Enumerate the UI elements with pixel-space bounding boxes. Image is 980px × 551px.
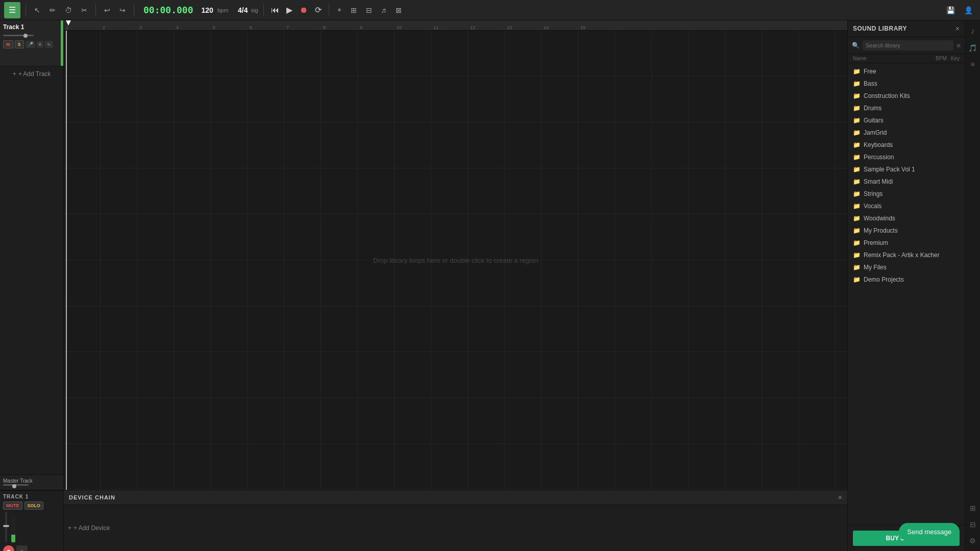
folder-icon-8: 📁 bbox=[853, 166, 861, 173]
library-item-name-2: Construction Kits bbox=[864, 92, 910, 99]
track-mixer-icon-button[interactable]: ≡ bbox=[16, 545, 28, 551]
device-chain-close-button[interactable]: × bbox=[838, 493, 842, 502]
library-item-7[interactable]: 📁Percussion bbox=[848, 151, 965, 163]
library-item-9[interactable]: 📁Smart Midi bbox=[848, 176, 965, 188]
toolbar-divider-2 bbox=[95, 4, 96, 16]
library-item-12[interactable]: 📁Woodwinds bbox=[848, 212, 965, 224]
folder-icon-16: 📁 bbox=[853, 264, 861, 271]
ruler-mark-12: 12 bbox=[470, 25, 475, 30]
track-1-controls: M S 🎤 ≡ ∿ bbox=[3, 40, 60, 48]
loop-button[interactable]: ⟳ bbox=[313, 3, 324, 17]
midi-button[interactable]: ♬ bbox=[378, 4, 390, 16]
ruler-mark-1: 1 bbox=[66, 25, 68, 30]
fader-track-1[interactable] bbox=[5, 512, 7, 542]
ruler-mark-9: 9 bbox=[360, 25, 362, 30]
track-1-volume-slider[interactable] bbox=[3, 35, 34, 36]
quantize-button[interactable]: ⊟ bbox=[363, 4, 375, 16]
save-button[interactable]: 💾 bbox=[943, 4, 958, 16]
main-layout: Track 1 M S 🎤 ≡ ∿ bbox=[0, 20, 980, 551]
bpm-unit-label: bpm bbox=[217, 7, 228, 13]
send-message-button[interactable]: Send message bbox=[899, 523, 960, 541]
skip-back-button[interactable]: ⏮ bbox=[269, 4, 281, 17]
library-item-13[interactable]: 📁My Products bbox=[848, 224, 965, 237]
library-item-5[interactable]: 📁JamGrid bbox=[848, 127, 965, 139]
track-1-mute-button[interactable]: M bbox=[3, 40, 13, 48]
library-item-11[interactable]: 📁Vocals bbox=[848, 200, 965, 212]
library-item-16[interactable]: 📁My Files bbox=[848, 261, 965, 273]
track-1-name: Track 1 bbox=[3, 23, 60, 31]
library-item-0[interactable]: 📁Free bbox=[848, 65, 965, 78]
track-area[interactable]: Drop library loops here or double click … bbox=[64, 31, 847, 490]
fader-knob-1 bbox=[3, 525, 9, 527]
library-filter-button[interactable]: ≡ bbox=[957, 42, 961, 49]
folder-icon-17: 📁 bbox=[853, 276, 861, 283]
library-item-10[interactable]: 📁Strings bbox=[848, 188, 965, 200]
clock-tool-button[interactable]: ⏱ bbox=[62, 4, 75, 16]
cut-tool-button[interactable]: ✂ bbox=[78, 4, 90, 16]
library-item-name-12: Woodwinds bbox=[864, 215, 895, 222]
library-item-name-8: Sample Pack Vol 1 bbox=[864, 166, 915, 173]
right-icon-button-2[interactable]: 🎵 bbox=[966, 42, 979, 54]
menu-button[interactable]: ☰ bbox=[4, 2, 20, 18]
add-device-button[interactable]: + + Add Device bbox=[68, 524, 110, 532]
right-icon-button-4[interactable]: ⊞ bbox=[968, 502, 978, 514]
track-1-mixer-button[interactable]: ≡ bbox=[37, 41, 43, 48]
record-button[interactable]: ⏺ bbox=[298, 4, 310, 17]
library-item-name-15: Remix Pack - Artik x Kacher bbox=[864, 252, 940, 259]
track-bottom-label: TRACK 1 bbox=[3, 494, 60, 499]
folder-icon-9: 📁 bbox=[853, 178, 861, 185]
ruler-mark-2: 2 bbox=[103, 25, 105, 30]
track-1-solo-button[interactable]: S bbox=[15, 40, 24, 48]
ruler-mark-14: 14 bbox=[544, 25, 549, 30]
track-1-envelope-button[interactable]: ∿ bbox=[45, 41, 53, 48]
library-item-name-14: Premium bbox=[864, 239, 888, 246]
library-item-name-1: Bass bbox=[864, 80, 877, 87]
ruler-mark-6: 6 bbox=[250, 25, 252, 30]
add-device-icon: + bbox=[68, 524, 71, 532]
bottom-mute-button[interactable]: MUTE bbox=[3, 502, 22, 510]
library-item-6[interactable]: 📁Keyboards bbox=[848, 139, 965, 151]
add-track-button[interactable]: + + Add Track bbox=[0, 66, 63, 82]
undo-button[interactable]: ↩ bbox=[101, 4, 113, 16]
right-icon-button-1[interactable]: ♪ bbox=[969, 24, 977, 38]
folder-icon-15: 📁 bbox=[853, 252, 861, 259]
redo-button[interactable]: ↪ bbox=[116, 4, 129, 16]
right-icon-button-5[interactable]: ⊟ bbox=[968, 518, 978, 531]
library-item-name-7: Percussion bbox=[864, 154, 894, 161]
account-button[interactable]: 👤 bbox=[961, 4, 976, 16]
library-item-2[interactable]: 📁Construction Kits bbox=[848, 90, 965, 102]
search-input[interactable] bbox=[863, 40, 953, 51]
time-sig-display[interactable]: 4/4 bbox=[238, 6, 248, 14]
library-item-4[interactable]: 📁Guitars bbox=[848, 114, 965, 127]
snap-button[interactable]: ⌖ bbox=[334, 4, 345, 16]
library-item-8[interactable]: 📁Sample Pack Vol 1 bbox=[848, 163, 965, 176]
select-tool-button[interactable]: ↖ bbox=[31, 4, 43, 16]
library-item-14[interactable]: 📁Premium bbox=[848, 237, 965, 249]
right-icon-button-3[interactable]: ≡ bbox=[968, 58, 976, 70]
library-item-1[interactable]: 📁Bass bbox=[848, 78, 965, 90]
track-arm-record-button[interactable]: ⏺ bbox=[3, 545, 14, 551]
pencil-tool-button[interactable]: ✏ bbox=[46, 4, 59, 16]
add-track-icon: + bbox=[13, 70, 16, 78]
folder-icon-2: 📁 bbox=[853, 92, 861, 99]
ruler-mark-3: 3 bbox=[139, 25, 142, 30]
ruler-mark-4: 4 bbox=[176, 25, 179, 30]
device-chain-panel: DEVICE CHAIN × + + Add Device bbox=[64, 490, 847, 551]
library-item-15[interactable]: 📁Remix Pack - Artik x Kacher bbox=[848, 249, 965, 261]
time-sig-unit-label: sig bbox=[251, 7, 258, 13]
zoom-button[interactable]: ⊞ bbox=[348, 4, 360, 16]
track-1-arm-button[interactable]: 🎤 bbox=[26, 41, 35, 48]
right-icon-button-6[interactable]: ⚙ bbox=[967, 535, 978, 547]
plugin-button[interactable]: ⊠ bbox=[393, 4, 405, 16]
library-item-name-11: Vocals bbox=[864, 203, 881, 210]
bpm-display[interactable]: 120 bbox=[202, 6, 213, 14]
library-item-3[interactable]: 📁Drums bbox=[848, 102, 965, 114]
fader-channel-1 bbox=[5, 512, 7, 542]
library-item-17[interactable]: 📁Demo Projects bbox=[848, 273, 965, 286]
play-button[interactable]: ▶ bbox=[284, 3, 295, 17]
sound-library-close-button[interactable]: × bbox=[955, 24, 960, 33]
ruler-mark-13: 13 bbox=[507, 25, 512, 30]
bottom-solo-button[interactable]: SOLO bbox=[24, 502, 44, 510]
tracks-panel: Track 1 M S 🎤 ≡ ∿ bbox=[0, 20, 64, 490]
ruler-mark-5: 5 bbox=[213, 25, 215, 30]
